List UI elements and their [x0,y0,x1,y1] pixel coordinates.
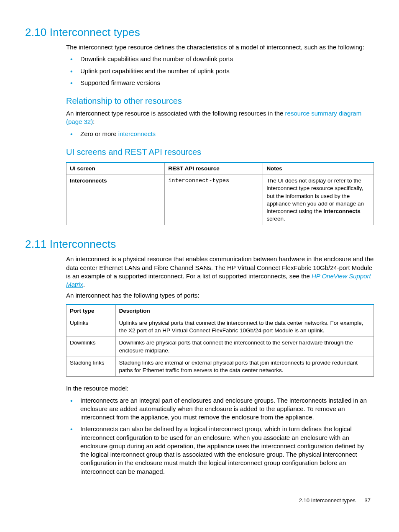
intro-paragraph: The interconnect type resource defines t… [66,43,374,51]
table-cell: Stacking links are internal or external … [115,357,373,376]
table-cell: Downlinks are physical ports that connec… [115,337,373,357]
intro-bullet-list: Downlink capabilities and the number of … [66,55,374,87]
text-fragment: Zero or more [80,130,118,137]
section-heading-211: 2.11 Interconnects [25,237,374,252]
relationship-bullet-list: Zero or more interconnects [66,130,374,138]
table-header-row: Port type Description [66,305,374,317]
ui-rest-table: UI screen REST API resource Notes Interc… [66,162,374,226]
subsection-heading-ui-rest: UI screens and REST API resources [66,146,374,158]
bullet-item: Interconnects can also be defined by a l… [66,425,374,476]
bullet-item: Downlink capabilities and the number of … [66,55,374,63]
text-fragment: Interconnects [323,208,361,214]
table-cell: The UI does not display or refer to the … [263,175,374,225]
table-row: Uplinks Uplinks are physical ports that … [66,317,374,337]
port-types-table: Port type Description Uplinks Uplinks ar… [66,304,374,377]
text-fragment: : [93,118,95,125]
bullet-item: Zero or more interconnects [66,130,374,138]
table-cell: Uplinks are physical ports that connect … [115,317,373,337]
text-fragment: screen. [266,216,285,222]
table-cell: Interconnects [66,175,165,225]
table-header: REST API resource [165,162,263,175]
table-header: UI screen [66,162,165,175]
table-header: Description [115,305,373,317]
table-cell: Uplinks [66,317,116,337]
table-header: Port type [66,305,116,317]
model-intro: In the resource model: [66,384,374,393]
table-header-row: UI screen REST API resource Notes [66,162,374,175]
subsection-heading-relationship: Relationship to other resources [66,95,374,107]
bullet-item: Uplink port capabilities and the number … [66,67,374,75]
table-cell: interconnect-types [165,175,263,225]
model-bullet-list: Interconnects are an integral part of en… [66,396,374,476]
footer-text: 2.10 Interconnect types [299,497,356,504]
text-fragment: Interconnects [70,177,107,184]
section-heading-210: 2.10 Interconnect types [25,25,374,40]
bullet-item: Interconnects are an integral part of en… [66,396,374,422]
table-row: Interconnects interconnect-types The UI … [66,175,374,225]
relationship-paragraph: An interconnect type resource is associa… [66,109,374,126]
page-number: 37 [365,497,371,504]
interconnects-link[interactable]: interconnects [118,130,156,137]
table-row: Downlinks Downlinks are physical ports t… [66,337,374,357]
table-header: Notes [263,162,374,175]
ports-intro: An interconnect has the following types … [66,291,374,300]
table-row: Stacking links Stacking links are intern… [66,357,374,376]
table-cell: Stacking links [66,357,116,376]
table-cell: Downlinks [66,337,116,357]
text-fragment: An interconnect type resource is associa… [66,110,285,117]
text-fragment: . [83,281,85,288]
bullet-item: Supported firmware versions [66,79,374,87]
section211-intro: An interconnect is a physical resource t… [66,255,374,289]
page-footer: 2.10 Interconnect types 37 [25,497,374,504]
